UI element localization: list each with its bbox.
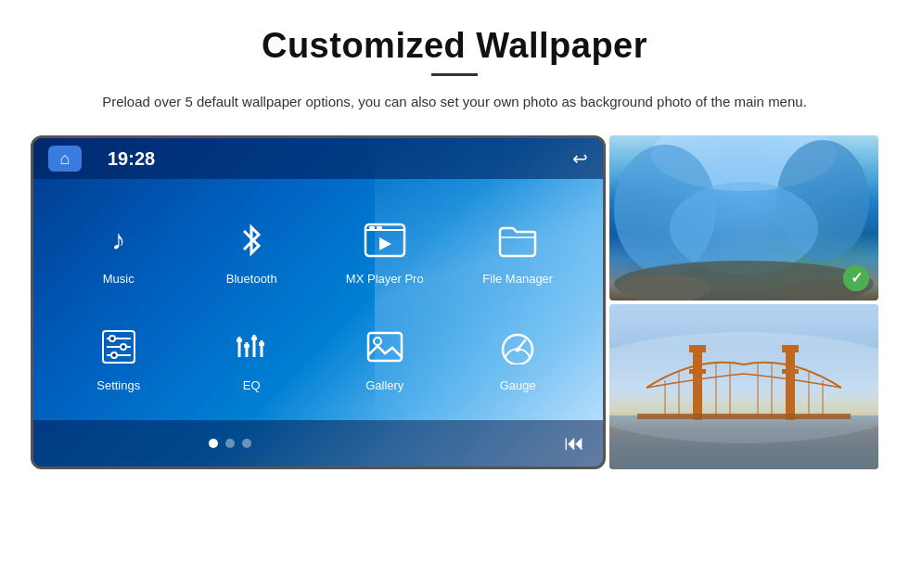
home-button[interactable]: ⌂ [48, 146, 82, 172]
page-description: Preload over 5 default wallpaper options… [102, 91, 807, 113]
content-row: ⌂ 19:28 ↩ ♪ Music [37, 135, 872, 469]
dot-indicators [209, 439, 251, 448]
wallpaper-golden-gate[interactable] [609, 304, 878, 469]
svg-rect-40 [689, 369, 706, 374]
eq-icon [227, 323, 275, 371]
ice-cave-img: ✓ [609, 135, 878, 300]
app-label-eq: EQ [243, 378, 261, 392]
golden-gate-img [609, 304, 878, 469]
screen-bottombar: ⏮ [33, 420, 603, 467]
selected-checkmark: ✓ [843, 265, 869, 291]
svg-rect-2 [369, 226, 375, 229]
dot-3[interactable] [242, 439, 251, 448]
dot-1[interactable] [209, 439, 218, 448]
wallpaper-ice-cave[interactable]: ✓ [609, 135, 878, 300]
app-item-eq[interactable]: EQ [186, 304, 319, 411]
back-button[interactable]: ↩ [572, 147, 588, 170]
app-item-mxplayer[interactable]: MX Player Pro [318, 198, 452, 304]
screen-inner: ⌂ 19:28 ↩ ♪ Music [33, 138, 603, 467]
page-container: Customized Wallpaper Preload over 5 defa… [0, 0, 909, 588]
home-icon: ⌂ [60, 149, 70, 169]
svg-rect-19 [251, 337, 257, 340]
title-underline [431, 73, 478, 76]
svg-rect-36 [693, 351, 702, 420]
app-item-settings[interactable]: Settings [52, 304, 186, 411]
car-screen: ⌂ 19:28 ↩ ♪ Music [31, 135, 606, 469]
app-item-music[interactable]: ♪ Music [52, 198, 186, 304]
svg-point-11 [121, 344, 126, 350]
music-icon: ♪ [95, 216, 143, 264]
svg-rect-39 [782, 345, 799, 352]
app-item-gallery[interactable]: Gallery [318, 304, 452, 411]
gallery-icon [361, 323, 409, 371]
svg-marker-4 [379, 237, 391, 250]
svg-rect-17 [237, 339, 242, 342]
app-label-music: Music [103, 272, 134, 286]
dot-2[interactable] [225, 439, 235, 448]
clock-display: 19:28 [108, 148, 155, 170]
svg-rect-50 [637, 414, 851, 419]
app-label-gallery: Gallery [365, 378, 403, 392]
svg-rect-18 [244, 344, 250, 348]
app-label-mxplayer: MX Player Pro [346, 272, 424, 286]
app-label-bluetooth: Bluetooth [226, 272, 277, 286]
svg-rect-21 [368, 333, 402, 361]
app-item-bluetooth[interactable]: Bluetooth [186, 198, 319, 304]
svg-rect-3 [377, 226, 382, 229]
app-item-filemanager[interactable]: File Manager [452, 198, 585, 304]
svg-rect-37 [786, 351, 795, 420]
bluetooth-icon [227, 216, 275, 264]
svg-rect-35 [609, 415, 878, 469]
page-title: Customized Wallpaper [262, 26, 647, 66]
filemanager-icon [493, 216, 542, 264]
app-grid: ♪ Music Bluetooth [33, 179, 603, 420]
svg-rect-38 [689, 345, 706, 352]
svg-rect-41 [782, 369, 799, 374]
svg-rect-20 [259, 342, 264, 346]
side-images: ✓ [609, 135, 878, 469]
app-label-filemanager: File Manager [482, 272, 553, 286]
app-label-settings: Settings [96, 378, 140, 392]
svg-point-25 [516, 348, 520, 352]
gauge-icon [493, 323, 542, 371]
svg-point-12 [111, 352, 117, 358]
app-item-gauge[interactable]: Gauge [452, 304, 585, 411]
skip-button[interactable]: ⏮ [564, 431, 584, 455]
svg-point-10 [109, 336, 115, 341]
svg-point-22 [374, 338, 381, 345]
app-label-gauge: Gauge [500, 378, 536, 392]
screen-topbar: ⌂ 19:28 ↩ [33, 138, 603, 179]
settings-icon [95, 323, 143, 371]
mxplayer-icon [361, 216, 409, 264]
